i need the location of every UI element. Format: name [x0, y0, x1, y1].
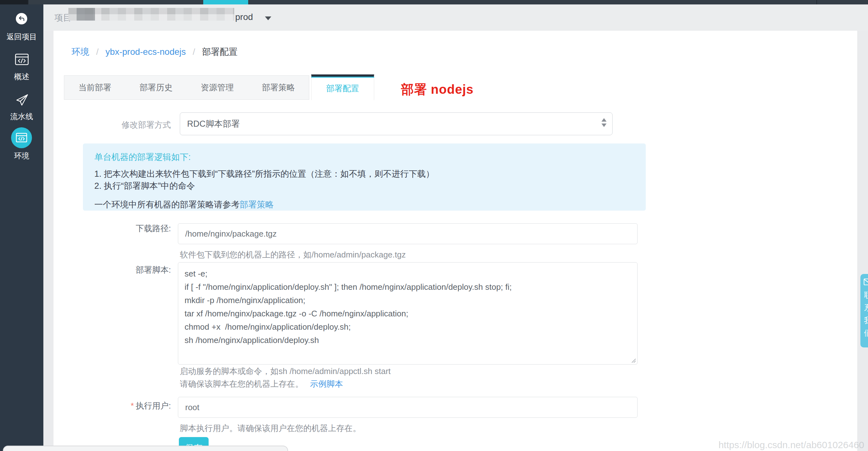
overview-icon[interactable]	[0, 53, 43, 66]
breadcrumb-current: 部署配置	[202, 47, 238, 57]
tab-group: 当前部署 部署历史 资源管理 部署策略	[64, 76, 309, 100]
download-path-label: 下载路径:	[66, 223, 171, 234]
contact-us-tab[interactable]: 联 系 我 们	[860, 274, 868, 348]
deploy-method-select[interactable]: RDC脚本部署	[180, 113, 613, 135]
resize-handle-icon[interactable]	[630, 357, 636, 363]
tab-deployment-strategy[interactable]: 部署策略	[248, 76, 309, 99]
envelope-icon	[864, 278, 868, 285]
breadcrumb-separator: /	[96, 47, 99, 57]
deploy-method-label: 修改部署方式	[66, 119, 171, 130]
sidebar-item-environment[interactable]: 环境	[0, 151, 43, 161]
info-footer-text: 一个环境中所有机器的部署策略请参考	[94, 200, 240, 209]
chevron-down-icon[interactable]	[265, 17, 271, 20]
environment-selector[interactable]: prod	[235, 12, 253, 22]
example-script-link[interactable]: 示例脚本	[310, 379, 343, 389]
pipeline-icon[interactable]	[0, 92, 43, 108]
tab-divider	[28, 0, 29, 4]
active-browser-tab-indicator	[203, 0, 248, 4]
tab-current-deployment[interactable]: 当前部署	[64, 76, 125, 99]
active-tab-label: 部署配置	[311, 77, 374, 100]
breadcrumb: 环境 / ybx-prod-ecs-nodejs / 部署配置	[71, 46, 238, 58]
content-panel: 环境 / ybx-prod-ecs-nodejs / 部署配置 当前部署 部署历…	[54, 31, 857, 451]
bottom-toast	[3, 446, 288, 451]
breadcrumb-environment[interactable]: 环境	[71, 47, 89, 57]
breadcrumb-env-name[interactable]: ybx-prod-ecs-nodejs	[105, 47, 186, 57]
redacted-project-name-dark-block	[76, 8, 95, 21]
tab-deployment-config-active[interactable]: 部署配置	[311, 74, 374, 100]
deploy-script-help-1: 启动服务的脚本或命令，如sh /home/admin/appctl.sh sta…	[180, 366, 391, 377]
sidebar: 返回项目 概述 流水线 环境	[0, 4, 43, 451]
deploy-method-value: RDC脚本部署	[187, 118, 240, 129]
deploy-script-textarea[interactable]: set -e; if [ -f "/home/nginx/application…	[178, 262, 638, 364]
browser-tab-strip-left	[0, 0, 28, 4]
breadcrumb-separator: /	[193, 47, 195, 57]
tab-resource-management[interactable]: 资源管理	[187, 76, 248, 99]
info-title: 单台机器的部署逻辑如下:	[94, 152, 646, 162]
info-step-1: 1. 把本次构建出来软件包下载到“下载路径”所指示的位置（注意：如不填，则不进行…	[94, 168, 646, 180]
exec-user-label: *执行用户:	[66, 400, 171, 412]
red-annotation-text: 部署 nodejs	[401, 81, 473, 98]
deploy-strategy-link[interactable]: 部署策略	[240, 200, 274, 209]
sidebar-item-pipeline[interactable]: 流水线	[0, 112, 43, 122]
tab-deployment-history[interactable]: 部署历史	[125, 76, 186, 99]
browser-tab-strip	[0, 0, 868, 4]
exec-user-input[interactable]	[178, 397, 638, 418]
required-asterisk: *	[131, 401, 134, 411]
exec-user-help: 脚本执行用户。请确保该用户在您的机器上存在。	[180, 423, 361, 434]
deploy-logic-info-box: 单台机器的部署逻辑如下: 1. 把本次构建出来软件包下载到“下载路径”所指示的位…	[83, 144, 646, 211]
sidebar-item-back-to-project[interactable]: 返回项目	[0, 32, 43, 42]
deploy-script-help-2: 请确保该脚本在您的机器上存在。	[180, 379, 303, 389]
environment-icon-active[interactable]	[11, 127, 32, 148]
sidebar-item-overview[interactable]: 概述	[0, 71, 43, 82]
download-path-input[interactable]	[178, 223, 638, 244]
contact-us-label: 联 系 我 们	[864, 289, 868, 339]
download-path-help: 软件包下载到您的机器上的路径，如/home/admin/package.tgz	[180, 249, 406, 260]
select-spinner-icon	[601, 118, 607, 127]
back-to-project-icon[interactable]	[16, 13, 27, 24]
watermark: https://blog.csdn.net/ab601026460	[719, 440, 864, 450]
topbar: 项目 prod	[43, 4, 868, 31]
tab-divider	[816, 0, 817, 4]
info-step-2: 2. 执行“部署脚本”中的命令	[94, 180, 646, 191]
deploy-script-label: 部署脚本:	[66, 265, 171, 275]
